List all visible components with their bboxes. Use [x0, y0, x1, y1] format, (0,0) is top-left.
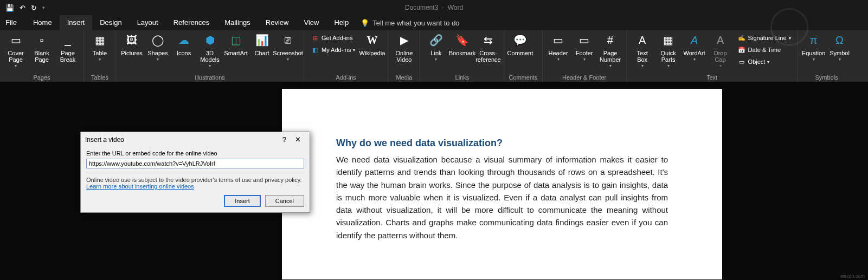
group-text: AText Box▾ ▦Quick Parts▾ AWordArt▾ ADrop… — [627, 30, 798, 82]
tab-insert[interactable]: Insert — [60, 15, 93, 30]
group-symbols: πEquation▾ ΩSymbol▾ Symbols — [798, 30, 856, 82]
cross-reference-button[interactable]: ⇆Cross-reference — [477, 32, 499, 63]
group-label-text: Text — [631, 73, 793, 81]
ribbon-tabs: File Home Insert Design Layout Reference… — [0, 15, 868, 30]
blank-page-button[interactable]: ▫Blank Page — [30, 32, 53, 63]
screenshot-icon: ⎚ — [280, 32, 295, 48]
tab-references[interactable]: References — [166, 15, 217, 30]
save-icon[interactable]: 💾 — [5, 4, 14, 12]
tab-view[interactable]: View — [296, 15, 326, 30]
tab-file[interactable]: File — [0, 15, 25, 30]
text-box-button[interactable]: AText Box▾ — [631, 32, 654, 69]
redo-icon[interactable]: ↻ — [31, 4, 37, 12]
dialog-prompt-label: Enter the URL or embed code for the onli… — [86, 150, 304, 157]
chart-icon: 📊 — [254, 32, 269, 48]
group-label-addins: Add-ins — [308, 73, 383, 81]
addins-icon: ◧ — [311, 45, 319, 54]
icons-button[interactable]: ☁Icons — [172, 32, 195, 56]
symbol-icon: Ω — [832, 32, 847, 48]
dialog-titlebar[interactable]: Insert a video ? ✕ — [81, 132, 310, 147]
group-label-symbols: Symbols — [802, 73, 851, 81]
pictures-button[interactable]: 🖼Pictures — [120, 32, 143, 56]
footer-icon: ▭ — [577, 32, 592, 48]
group-pages: ▭Cover Page▾ ▫Blank Page ⎯Page Break Pag… — [0, 30, 84, 82]
header-button[interactable]: ▭Header▾ — [547, 32, 570, 62]
bookmark-button[interactable]: 🔖Bookmark — [451, 32, 473, 56]
group-links: 🔗Link▾ 🔖Bookmark ⇆Cross-reference Links — [420, 30, 504, 82]
wikipedia-button[interactable]: WWikipedia — [361, 32, 383, 56]
comment-button[interactable]: 💬Comment — [509, 32, 531, 56]
page-number-button[interactable]: #Page Number▾ — [599, 32, 622, 69]
online-video-button[interactable]: ▶Online Video — [393, 32, 415, 63]
group-label-tables: Tables — [88, 73, 111, 81]
page-break-button[interactable]: ⎯Page Break — [56, 32, 79, 63]
table-button[interactable]: ▦Table▾ — [88, 32, 111, 62]
watermark-text: wsxdn.com — [840, 274, 865, 279]
video-url-input[interactable] — [86, 159, 304, 168]
signature-line-button[interactable]: ✍Signature Line▾ — [735, 32, 793, 43]
group-media: ▶Online Video Media — [388, 30, 420, 82]
document-body-text: We need data visualization because a vis… — [336, 153, 668, 242]
date-time-button[interactable]: 📅Date & Time — [735, 44, 793, 55]
group-label-hf: Header & Footer — [547, 73, 622, 81]
table-icon: ▦ — [92, 32, 107, 48]
smartart-button[interactable]: ◫SmartArt — [224, 32, 247, 56]
tab-mailings[interactable]: Mailings — [217, 15, 258, 30]
symbol-button[interactable]: ΩSymbol▾ — [828, 32, 851, 62]
tab-review[interactable]: Review — [258, 15, 297, 30]
footer-button[interactable]: ▭Footer▾ — [573, 32, 596, 62]
video-icon: ▶ — [396, 32, 412, 48]
chart-button[interactable]: 📊Chart — [250, 32, 273, 56]
wikipedia-icon: W — [364, 32, 380, 48]
cover-page-icon: ▭ — [8, 32, 23, 48]
lightbulb-icon: 💡 — [361, 19, 369, 27]
signature-icon: ✍ — [737, 34, 746, 42]
link-button[interactable]: 🔗Link▾ — [425, 32, 447, 62]
dropcap-icon: A — [713, 32, 728, 48]
comment-icon: 💬 — [512, 32, 528, 48]
tab-home[interactable]: Home — [25, 15, 60, 30]
cancel-button[interactable]: Cancel — [265, 195, 304, 207]
document-page[interactable]: Why do we need data visualization? We ne… — [282, 89, 722, 279]
equation-button[interactable]: πEquation▾ — [802, 32, 825, 62]
group-label-comments: Comments — [509, 73, 537, 81]
dialog-learn-more-link[interactable]: Learn more about inserting online videos — [86, 183, 304, 190]
window-title: Document3 - Word — [405, 4, 463, 11]
page-break-icon: ⎯ — [60, 32, 75, 48]
object-button[interactable]: ▭Object▾ — [735, 56, 793, 67]
tell-me-search[interactable]: 💡 Tell me what you want to do — [361, 19, 459, 27]
title-bar: 💾 ↶ ↻ ▾ Document3 - Word — [0, 0, 868, 15]
my-addins-button[interactable]: ◧My Add-ins▾ — [308, 44, 357, 55]
tab-layout[interactable]: Layout — [130, 15, 166, 30]
insert-button[interactable]: Insert — [224, 195, 261, 207]
quickparts-icon: ▦ — [661, 32, 676, 48]
quick-parts-button[interactable]: ▦Quick Parts▾ — [657, 32, 680, 69]
screenshot-button[interactable]: ⎚Screenshot▾ — [277, 32, 299, 62]
blank-page-icon: ▫ — [34, 32, 49, 48]
shapes-icon: ◯ — [150, 32, 165, 48]
tab-help[interactable]: Help — [326, 15, 356, 30]
icons-icon: ☁ — [176, 32, 191, 48]
drop-cap-button[interactable]: ADrop Cap▾ — [709, 32, 732, 69]
shapes-button[interactable]: ◯Shapes▾ — [146, 32, 169, 62]
textbox-icon: A — [635, 32, 650, 48]
wordart-button[interactable]: AWordArt▾ — [683, 32, 706, 62]
qat-customize-icon[interactable]: ▾ — [42, 5, 45, 10]
tell-me-placeholder: Tell me what you want to do — [372, 19, 459, 27]
bookmark-icon: 🔖 — [454, 32, 470, 48]
insert-video-dialog: Insert a video ? ✕ Enter the URL or embe… — [80, 132, 310, 213]
get-addins-button[interactable]: ⊞Get Add-ins — [308, 32, 357, 43]
group-illustrations: 🖼Pictures ◯Shapes▾ ☁Icons ⬢3D Models▾ ◫S… — [116, 30, 304, 82]
undo-icon[interactable]: ↶ — [20, 4, 25, 12]
cover-page-button[interactable]: ▭Cover Page▾ — [4, 32, 27, 69]
dialog-close-icon[interactable]: ✕ — [291, 135, 305, 144]
equation-icon: π — [806, 32, 821, 48]
group-label-pages: Pages — [4, 73, 79, 81]
group-label-illustrations: Illustrations — [120, 73, 299, 81]
3d-models-button[interactable]: ⬢3D Models▾ — [198, 32, 221, 69]
object-icon: ▭ — [737, 57, 746, 66]
tab-design[interactable]: Design — [92, 15, 129, 30]
dialog-help-icon[interactable]: ? — [278, 135, 291, 144]
document-name: Document3 — [405, 4, 438, 11]
group-label-links: Links — [425, 73, 499, 81]
